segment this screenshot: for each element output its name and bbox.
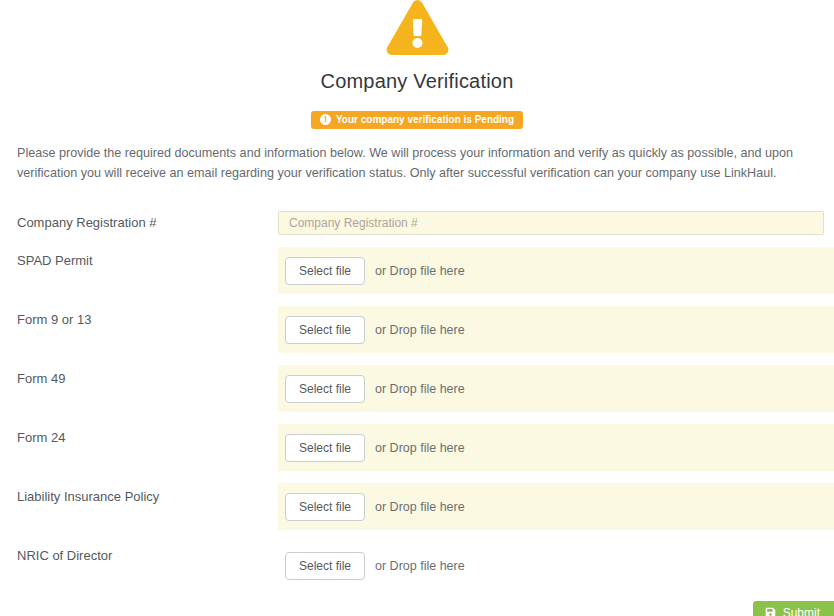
form-row-spad-permit: SPAD Permit Select file or Drop file her… xyxy=(0,247,834,294)
drop-file-hint: or Drop file here xyxy=(375,382,465,396)
warning-triangle-icon xyxy=(0,0,834,55)
save-icon xyxy=(765,607,776,616)
form-row-liability-insurance: Liability Insurance Policy Select file o… xyxy=(0,483,834,530)
liability-insurance-dropzone[interactable]: Select file or Drop file here xyxy=(278,483,834,530)
form-row-nric-of-director: NRIC of Director Select file or Drop fil… xyxy=(0,542,834,589)
form-row-company-registration: Company Registration # xyxy=(0,211,834,235)
submit-button[interactable]: Submit xyxy=(753,601,834,616)
page-header: Company Verification ! Your company veri… xyxy=(0,0,834,126)
company-registration-label: Company Registration # xyxy=(0,211,278,235)
nric-of-director-dropzone[interactable]: Select file or Drop file here xyxy=(278,542,834,589)
drop-file-hint: or Drop file here xyxy=(375,500,465,514)
form-49-label: Form 49 xyxy=(0,365,278,412)
form-9-or-13-select-file-button[interactable]: Select file xyxy=(285,316,365,344)
verification-form: Company Registration # SPAD Permit Selec… xyxy=(0,211,834,589)
page-title: Company Verification xyxy=(0,70,834,93)
form-row-form-9-or-13: Form 9 or 13 Select file or Drop file he… xyxy=(0,306,834,353)
badge-row: ! Your company verification is Pending xyxy=(0,108,834,126)
spad-permit-dropzone[interactable]: Select file or Drop file here xyxy=(278,247,834,294)
form-24-label: Form 24 xyxy=(0,424,278,471)
nric-of-director-select-file-button[interactable]: Select file xyxy=(285,552,365,580)
company-verification-page: Company Verification ! Your company veri… xyxy=(0,0,834,616)
company-registration-field-wrap xyxy=(278,211,834,235)
alert-circle-icon: ! xyxy=(320,114,331,125)
form-row-form-49: Form 49 Select file or Drop file here xyxy=(0,365,834,412)
form-49-dropzone[interactable]: Select file or Drop file here xyxy=(278,365,834,412)
form-9-or-13-label: Form 9 or 13 xyxy=(0,306,278,353)
drop-file-hint: or Drop file here xyxy=(375,441,465,455)
form-49-select-file-button[interactable]: Select file xyxy=(285,375,365,403)
status-badge-label: Your company verification is Pending xyxy=(336,114,514,125)
liability-insurance-select-file-button[interactable]: Select file xyxy=(285,493,365,521)
company-registration-input[interactable] xyxy=(278,211,824,235)
drop-file-hint: or Drop file here xyxy=(375,323,465,337)
spad-permit-select-file-button[interactable]: Select file xyxy=(285,257,365,285)
liability-insurance-label: Liability Insurance Policy xyxy=(0,483,278,530)
form-row-form-24: Form 24 Select file or Drop file here xyxy=(0,424,834,471)
form-24-select-file-button[interactable]: Select file xyxy=(285,434,365,462)
instructions-text: Please provide the required documents an… xyxy=(17,144,817,183)
drop-file-hint: or Drop file here xyxy=(375,264,465,278)
form-24-dropzone[interactable]: Select file or Drop file here xyxy=(278,424,834,471)
nric-of-director-label: NRIC of Director xyxy=(0,542,278,589)
form-9-or-13-dropzone[interactable]: Select file or Drop file here xyxy=(278,306,834,353)
spad-permit-label: SPAD Permit xyxy=(0,247,278,294)
drop-file-hint: or Drop file here xyxy=(375,559,465,573)
status-badge[interactable]: ! Your company verification is Pending xyxy=(311,111,523,129)
submit-button-label: Submit xyxy=(783,606,820,616)
form-footer: Submit xyxy=(0,601,834,616)
